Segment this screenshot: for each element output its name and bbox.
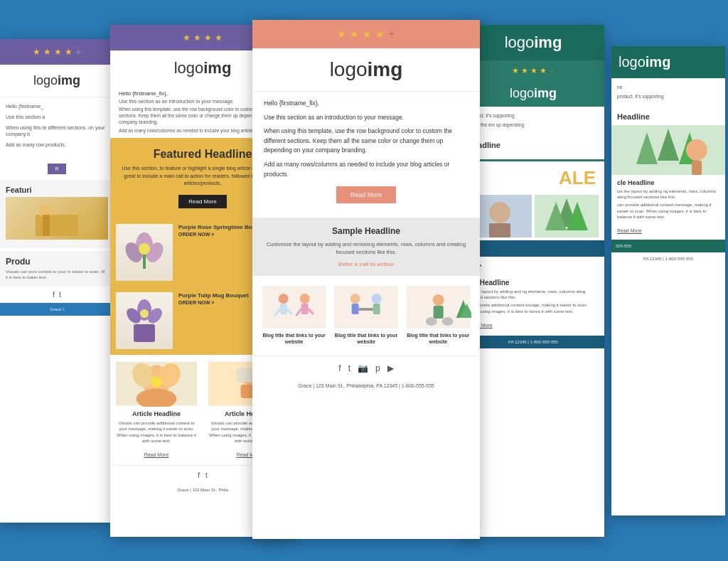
- card4-sub-logo-text: logoimg: [510, 86, 557, 100]
- card4-star-4: ★: [540, 66, 547, 75]
- svg-rect-48: [489, 223, 510, 237]
- card2-product-img-1: [116, 224, 173, 281]
- svg-rect-58: [692, 161, 702, 175]
- card1-body1: Use this section a: [6, 114, 108, 121]
- card2-tw-icon: t: [205, 471, 208, 479]
- svg-point-25: [279, 294, 289, 304]
- svg-point-6: [139, 243, 150, 255]
- card3-sample-text: Customize the layout by adding and remov…: [264, 240, 469, 257]
- svg-rect-24: [262, 286, 326, 328]
- card5-body2: product. It's supporting: [617, 93, 719, 100]
- card4-contact-strip: us!: [462, 240, 604, 257]
- template-card-4: logoimg ★ ★ ★ ★ + logoimg product. It's …: [462, 25, 604, 537]
- star-icon-3: ★: [54, 47, 62, 57]
- card4-footer-text: PA 12345 | 1-800-555-555: [466, 340, 600, 344]
- card1-body2: When using this te different sections. o…: [6, 124, 108, 139]
- card3-read-more-btn[interactable]: Read More: [336, 186, 397, 203]
- card3-sample-headline: Sample Headline: [264, 226, 469, 236]
- card1-footer: Grace I: [0, 303, 114, 316]
- card3-footer-social: f t 📷 p ▶: [252, 356, 480, 380]
- card4-header: logoimg: [462, 25, 604, 60]
- svg-point-40: [432, 294, 444, 306]
- card3-body3: Add as many rows/columns as needed to in…: [264, 160, 469, 179]
- svg-point-45: [441, 317, 453, 326]
- card4-headline-section: Headline: [462, 137, 604, 156]
- svg-rect-30: [301, 304, 309, 314]
- card3-logo-area: logoimg: [252, 48, 480, 92]
- card1-logo: logoimg: [33, 73, 80, 87]
- card2-star-4: ★: [215, 33, 223, 43]
- card1-social: f t: [0, 287, 114, 303]
- card2-logo: logoimg: [174, 59, 232, 77]
- template-card-3: ★ ★ ★ ★ + logoimg Hello {firstname_fix},…: [252, 20, 480, 539]
- card5-article-body2: can provide additional context message, …: [617, 202, 719, 220]
- card4-article-body2: can provide additional context essage, m…: [468, 302, 599, 314]
- card5-body: ne product. It's supporting: [611, 78, 725, 108]
- card3-star-4: ★: [375, 28, 385, 40]
- svg-point-34: [350, 294, 360, 304]
- card4-article-body: ize the layout by adding and ng elements…: [468, 289, 599, 301]
- card4-star-3: ★: [530, 66, 537, 75]
- card4-star-1: ★: [512, 66, 519, 75]
- card3-blog-img-1: [261, 286, 327, 328]
- card4-content-area: product. It's supporting storm the em up…: [462, 107, 604, 137]
- card3-blog-2: Blog title that links to your website: [330, 283, 402, 349]
- card4-divider: [462, 159, 604, 161]
- card5-footer: PA 12345 | 1-800-555-555: [611, 252, 725, 265]
- card3-logo: logoimg: [330, 58, 403, 80]
- card5-header: logoimg: [611, 46, 725, 78]
- card5-article-body: ize the layout by adding ng elements, ro…: [617, 188, 719, 201]
- card3-blog-row: Blog title that links to your website Bl…: [252, 276, 480, 356]
- star-icon-2: ★: [43, 47, 51, 57]
- card2-fb-icon: f: [198, 471, 200, 479]
- card2-article-img-1: [116, 360, 197, 407]
- card2-read-more-btn[interactable]: Read More: [178, 195, 227, 208]
- card3-blog-title-3: Blog title that links to your website: [405, 332, 471, 346]
- card3-header: ★ ★ ★ ★ +: [252, 20, 480, 48]
- card5-body1: ne: [617, 84, 719, 91]
- card3-cta-link[interactable]: Enter a call to action: [264, 261, 469, 267]
- card4-contact-text: us!: [468, 246, 599, 251]
- star-icon-4: ★: [65, 47, 73, 57]
- card1-product-title: Produ: [6, 257, 108, 267]
- card3-body2: When using this template, use the row ba…: [264, 127, 469, 156]
- card3-blog-img-2: [333, 286, 399, 328]
- card4-social-strip: p ▶: [462, 257, 604, 273]
- card5-article-section: cle Headline ize the layout by adding ng…: [611, 175, 725, 240]
- card1-fb-icon: f: [53, 291, 55, 299]
- svg-point-44: [425, 317, 437, 326]
- card3-tw-icon: t: [348, 363, 350, 373]
- svg-rect-0: [36, 215, 78, 236]
- card4-stars-bar: ★ ★ ★ ★ +: [462, 60, 604, 80]
- card1-product-body: Visuals can prov context to your m easie…: [6, 269, 108, 281]
- card1-featured-img: [6, 197, 108, 240]
- card1-logo-area: logoimg: [0, 65, 114, 97]
- card3-yt-icon: ▶: [387, 363, 394, 373]
- card4-article-imgs: [462, 192, 604, 240]
- card4-headline: Headline: [468, 141, 599, 149]
- card3-star-2: ★: [350, 28, 359, 40]
- card2-article-read-more-1[interactable]: Read More: [144, 452, 169, 457]
- svg-rect-8: [134, 324, 155, 342]
- card1-header: ★ ★ ★ ★ +: [0, 39, 114, 65]
- card4-content2: storm the em up depending: [468, 122, 599, 129]
- card1-body: Hello {firstname_ Use this section a Whe…: [0, 97, 114, 158]
- card2-flower-img-1: [116, 224, 173, 281]
- card3-footer-address: Grace | 123 Main St., Philadelphia, PA 1…: [252, 380, 480, 395]
- card1-read-more-btn[interactable]: R: [48, 164, 65, 174]
- card3-star-1: ★: [337, 28, 346, 40]
- card1-featured: Featuri: [0, 180, 114, 248]
- card5-headline: Headline: [617, 112, 719, 121]
- card2-star-3: ★: [204, 33, 212, 43]
- card5-footer-addr: PA 12345 | 1-800-555-555: [617, 257, 719, 261]
- card5-teal-strip: 555-555: [611, 240, 725, 252]
- svg-point-36: [372, 294, 382, 304]
- card2-star-2: ★: [193, 33, 201, 43]
- card2-flower-img-2: [116, 292, 173, 349]
- card5-read-more[interactable]: Read More: [617, 228, 642, 233]
- card3-blog-img-3: [405, 286, 471, 328]
- card3-greeting-section: Hello {firstname_fix}, Use this section …: [252, 92, 480, 218]
- card1-product: Produ Visuals can prov context to your m…: [0, 251, 114, 287]
- svg-rect-35: [352, 304, 359, 314]
- card3-blog-title-2: Blog title that links to your website: [333, 332, 399, 346]
